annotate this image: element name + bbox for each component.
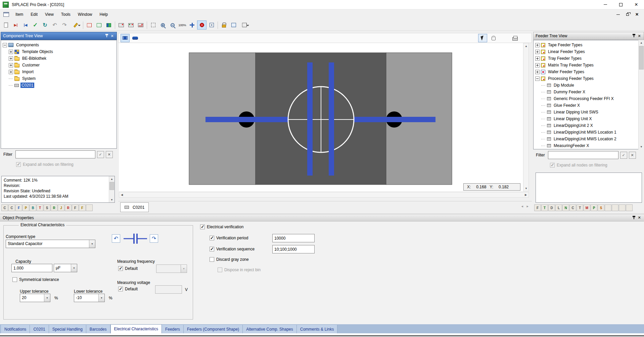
verification-sequence-input[interactable] xyxy=(272,245,315,253)
tree-expander-icon[interactable] xyxy=(541,130,546,135)
component-shape-view-button[interactable] xyxy=(131,34,140,42)
tab-scroll-left-icon[interactable]: ◂ xyxy=(521,204,523,208)
menu-item[interactable]: Edit xyxy=(27,10,41,19)
refresh-button[interactable] xyxy=(40,20,50,30)
panel-selector-icon[interactable]: T xyxy=(37,204,43,211)
minimize-button[interactable] xyxy=(598,0,613,9)
table-view-button[interactable] xyxy=(229,20,238,30)
panel-selector-icon[interactable] xyxy=(86,204,93,211)
lower-tolerance-select[interactable]: -10 xyxy=(74,294,105,302)
toolbar-separator[interactable] xyxy=(217,20,219,30)
tree-expander-icon[interactable] xyxy=(541,137,546,141)
tree-item[interactable]: LinearDippingUnit MWS Location 2 xyxy=(534,136,638,142)
rotate-left-button[interactable]: ↶ xyxy=(112,234,120,243)
station-tool-3[interactable] xyxy=(136,20,145,30)
clear-filter-button[interactable]: ✕ xyxy=(629,152,636,159)
feeder-tree-scrollbar[interactable]: ▲ ▼ xyxy=(638,40,644,149)
expand-all-checkbox[interactable] xyxy=(16,162,21,167)
chevron-down-icon[interactable] xyxy=(98,294,104,302)
tree-expander-icon[interactable] xyxy=(541,90,546,94)
panel-selector-icon[interactable]: T xyxy=(577,204,583,211)
upper-tolerance-select[interactable]: 20 xyxy=(20,294,50,302)
scroll-down-icon[interactable]: ▼ xyxy=(523,186,529,191)
tree-item[interactable]: Tray Feeder Types xyxy=(534,55,638,62)
tree-item[interactable]: Generic Processing Feeder FFI X xyxy=(534,95,638,102)
child-minimize-button[interactable] xyxy=(614,11,622,18)
tree-expander-icon[interactable] xyxy=(541,103,546,108)
menu-item[interactable]: Item xyxy=(12,10,27,19)
document-tab-c0201[interactable]: C0201 xyxy=(120,202,149,212)
tree-item[interactable]: Template Objects xyxy=(1,48,117,55)
tree-expander-icon[interactable] xyxy=(535,56,540,61)
chevron-down-icon[interactable] xyxy=(71,264,77,272)
properties-tab[interactable]: Barcodes xyxy=(86,325,110,333)
tree-item[interactable]: Customer xyxy=(1,62,117,68)
scroll-right-icon[interactable]: ▶ xyxy=(523,192,528,198)
toolbar-separator[interactable] xyxy=(82,20,84,30)
properties-tab[interactable]: Comments & Links xyxy=(297,325,338,333)
symmetrical-tolerance-checkbox[interactable] xyxy=(12,277,17,282)
zoom-out-button[interactable] xyxy=(168,20,177,30)
properties-tab[interactable]: Special Handling xyxy=(49,325,86,333)
tree-item[interactable]: Import xyxy=(1,68,117,75)
toolbar-separator[interactable] xyxy=(114,20,116,30)
select-cursor-tool[interactable] xyxy=(478,34,487,42)
info-scrollbar[interactable]: ▲ ▼ xyxy=(109,176,114,202)
voltage-default-checkbox[interactable] xyxy=(118,287,123,291)
tree-item[interactable]: Linear Feeder Types xyxy=(534,48,638,55)
tree-expander-icon[interactable] xyxy=(9,63,13,67)
frequency-default-checkbox[interactable] xyxy=(118,266,123,271)
close-panel-icon[interactable]: ✕ xyxy=(637,215,642,221)
maximize-button[interactable] xyxy=(613,0,629,9)
scroll-up-icon[interactable]: ▲ xyxy=(523,43,529,49)
close-view-button[interactable] xyxy=(521,34,530,42)
tab-scroll-right-icon[interactable]: ▸ xyxy=(526,204,528,208)
component-type-select[interactable]: Standard Capacitor xyxy=(6,240,95,248)
tree-item[interactable]: Components xyxy=(1,42,117,48)
panel-selector-icon[interactable]: P xyxy=(22,204,29,211)
panel-selector-icon[interactable]: C xyxy=(1,204,8,211)
tree-expander-icon[interactable] xyxy=(541,83,546,88)
scroll-down-icon[interactable]: ▼ xyxy=(639,144,644,149)
tree-item[interactable]: Linear Dipping Unit X xyxy=(534,115,638,122)
panel-selector-icon[interactable]: T xyxy=(541,204,548,211)
scroll-up-icon[interactable]: ▲ xyxy=(109,176,114,182)
canvas-horizontal-scrollbar[interactable]: ◀ ▶ xyxy=(119,192,529,198)
tree-item[interactable]: Processing Feeder Types xyxy=(534,75,638,82)
undo-button[interactable] xyxy=(50,20,59,30)
chevron-down-icon[interactable] xyxy=(44,294,50,302)
properties-tab[interactable]: Notifications xyxy=(1,325,30,333)
zoom-100-button[interactable]: 100% xyxy=(178,20,187,30)
columns-button[interactable] xyxy=(239,20,250,30)
mixed-view-button[interactable] xyxy=(104,20,113,30)
menu-item[interactable]: View xyxy=(41,10,57,19)
tree-expander-icon[interactable] xyxy=(535,50,540,54)
tree-item[interactable]: Matrix Tray Feeder Types xyxy=(534,62,638,68)
scroll-up-icon[interactable]: ▲ xyxy=(639,40,644,45)
close-panel-icon[interactable]: ✕ xyxy=(109,33,115,39)
pan-hand-tool[interactable] xyxy=(489,34,498,42)
component-top-view-button[interactable] xyxy=(121,34,130,42)
component-view-button[interactable] xyxy=(197,20,206,30)
import-marker-button[interactable] xyxy=(11,20,20,30)
tree-item[interactable]: BE-Bibliothek xyxy=(1,55,117,62)
station-tool-1[interactable] xyxy=(117,20,126,30)
tree-item[interactable]: Glue Feeder X xyxy=(534,102,638,109)
panel-view-button[interactable] xyxy=(94,20,104,30)
rotate-right-button[interactable]: ↷ xyxy=(150,234,158,243)
chevron-down-icon[interactable] xyxy=(89,240,95,248)
toolbar-separator[interactable] xyxy=(146,20,148,30)
panel-selector-icon[interactable]: F xyxy=(534,204,541,211)
tree-expander-icon[interactable] xyxy=(541,124,546,128)
dispose-reject-bin-checkbox[interactable] xyxy=(218,268,222,272)
electrical-verification-checkbox[interactable] xyxy=(200,225,205,229)
export-marker-button[interactable] xyxy=(21,20,30,30)
tree-expander-icon[interactable] xyxy=(9,56,13,61)
tree-item[interactable]: Linear Dipping Unit SWS xyxy=(534,109,638,115)
pin-icon[interactable] xyxy=(631,33,637,39)
scroll-down-icon[interactable]: ▼ xyxy=(109,197,114,202)
feeder-filter-input[interactable] xyxy=(548,151,618,159)
tree-expander-icon[interactable] xyxy=(9,70,13,74)
menu-item[interactable]: Window xyxy=(74,10,96,19)
center-view-button[interactable] xyxy=(207,20,216,30)
